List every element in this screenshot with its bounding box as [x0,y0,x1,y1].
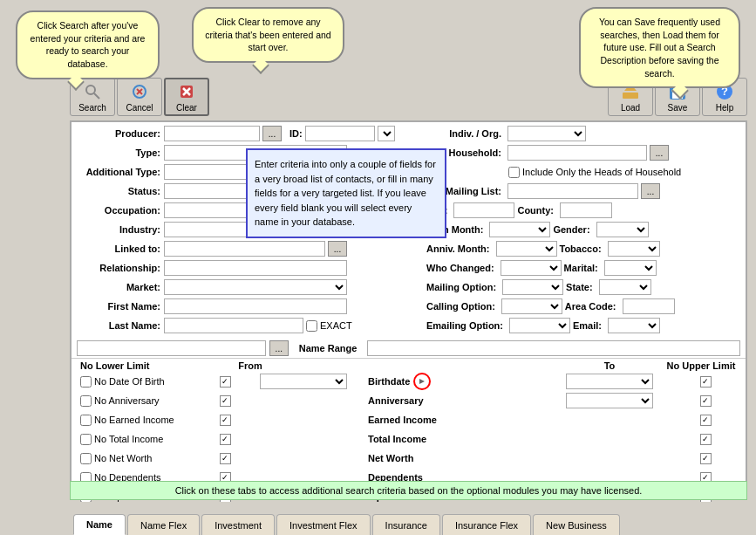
producer-label: Producer: [77,128,164,139]
net-worth-range-row: No Net Worth ✓ Net Worth ✓ [77,449,740,467]
market-select[interactable] [164,279,347,295]
no-earned-income-check: ✓ [220,415,231,426]
exact-checkbox[interactable] [306,320,317,332]
who-changed-select[interactable] [501,260,562,276]
email-label: Email: [573,320,605,331]
total-income-label: Total Income [368,434,426,444]
calling-option-select[interactable] [501,298,562,314]
main-form: Enter criteria into only a couple of fie… [70,120,747,500]
no-dob-checkbox[interactable] [80,376,92,388]
no-upper-limit-header: No Upper Limit [662,360,740,371]
anniv-month-select[interactable] [496,241,557,257]
producer-row: Producer: ... ID: Indiv. / Org. [77,125,740,142]
no-total-income-label: No Total Income [94,434,163,444]
tab-insurance[interactable]: Insurance [372,514,440,535]
tab-name[interactable]: Name [73,514,126,535]
total-income-range-row: No Total Income ✓ Total Income ✓ [77,430,740,448]
id-label: ID: [289,128,303,139]
county-input[interactable] [560,202,612,218]
tobacco-select[interactable] [608,241,660,257]
market-label: Market: [77,282,164,292]
marital-label: Marital: [564,263,602,273]
market-row: Market: Mailing Option: State: [77,278,740,296]
net-worth-label: Net Worth [368,453,413,463]
lastname-field: EXACT [164,318,426,333]
tab-investment-flex[interactable]: Investment Flex [276,514,371,535]
linked-input[interactable] [164,241,325,257]
info-bar: Click on these tabs to access additional… [70,481,747,500]
mailing-list-browse-button[interactable]: ... [641,183,660,199]
clear-icon [177,82,196,101]
status-label: Status: [77,186,164,196]
area-code-label: Area Code: [565,301,620,312]
net-worth-upper-check: ✓ [700,453,712,464]
addl-type-label: Additional Type: [77,167,164,177]
name-range-input[interactable] [77,340,266,356]
email-select[interactable] [608,318,660,333]
tab-insurance-flex[interactable]: Insurance Flex [442,514,531,535]
marital-select[interactable] [604,260,657,276]
name-range-to-input[interactable] [367,340,740,356]
state-select[interactable] [599,279,651,295]
no-earned-income-checkbox[interactable] [80,415,92,426]
household-input[interactable] [507,145,647,161]
relationship-input[interactable] [164,260,347,276]
area-code-input[interactable] [623,298,675,314]
name-range-row: ... Name Range [72,339,746,359]
anniversary-field-label: Anniversary [368,395,424,406]
birthdate-to-select[interactable] [566,374,653,389]
no-total-income-check: ✓ [220,434,231,445]
tooltip-save: You can Save frequently used searches, t… [579,7,740,88]
firstname-input[interactable] [164,298,347,314]
tab-investment[interactable]: Investment [201,514,275,535]
type-label: Type: [77,147,164,158]
tab-new-business[interactable]: New Business [533,514,620,535]
id-select[interactable] [378,126,395,141]
producer-browse-button[interactable]: ... [262,126,282,141]
cancel-icon [130,82,149,101]
clear-button[interactable]: Clear [164,78,209,116]
name-range-browse[interactable]: ... [269,340,289,356]
producer-input[interactable] [164,126,260,141]
name-range-label: Name Range [299,343,358,353]
svg-rect-8 [623,93,638,99]
mailing-list-input[interactable] [507,183,638,199]
who-changed-label: Who Changed: [426,263,498,273]
earned-income-range-row: No Earned Income ✓ Earned Income ✓ [77,411,740,429]
emailing-option-select[interactable] [509,318,570,333]
birth-month-select[interactable] [489,222,550,237]
producer-field: ... ID: [164,126,426,141]
household-browse-button[interactable]: ... [650,145,669,161]
no-total-income-checkbox[interactable] [80,434,92,445]
city-input[interactable] [453,202,514,218]
lastname-input[interactable] [164,318,303,333]
mailing-option-select[interactable] [502,279,563,295]
county-label: County: [517,205,557,216]
tab-name-flex[interactable]: Name Flex [127,514,200,535]
include-heads-checkbox[interactable] [508,167,520,178]
to-header: To [557,360,662,371]
linked-browse-button[interactable]: ... [328,241,347,257]
birthdate-from-select[interactable] [260,374,347,389]
occupation-label: Occupation: [77,205,164,216]
market-field [164,279,426,295]
id-input[interactable] [305,126,375,141]
no-net-worth-checkbox[interactable] [80,453,92,464]
tooltip-search: Click Search after you've entered your c… [16,10,160,79]
linked-row: Linked to: ... Anniv. Month: Tobacco: [77,240,740,257]
no-anniversary-label: No Anniversary [94,395,160,406]
no-dob-check-mark: ✓ [220,376,231,388]
no-dob-label: No Date Of Birth [94,376,165,387]
birthdate-range-row: No Date Of Birth ✓ Birthdate ✓ [77,373,740,390]
no-anniversary-checkbox[interactable] [80,395,92,407]
indiv-org-select[interactable] [507,126,586,141]
total-income-upper-check: ✓ [700,434,712,445]
cancel-button[interactable]: Cancel [117,78,162,116]
tabs-bar: Name Name Flex Investment Investment Fle… [70,502,747,535]
anniversary-to-select[interactable] [566,393,653,408]
no-earned-income-label: No Earned Income [94,415,174,425]
tooltip-clear: Click Clear to remove any criteria that'… [192,7,344,63]
form-help-box: Enter criteria into only a couple of fie… [246,148,446,238]
gender-select[interactable] [596,222,649,237]
earned-income-label: Earned Income [368,415,437,425]
